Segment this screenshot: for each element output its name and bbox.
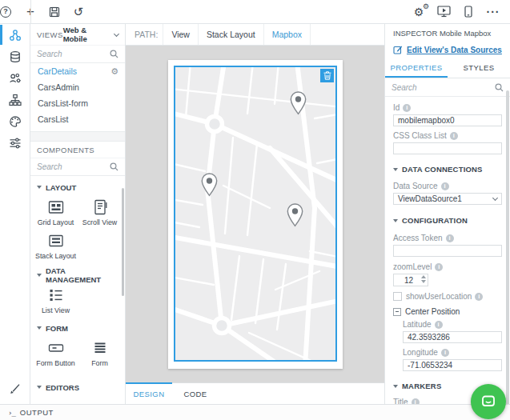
collapse-triangle-icon	[393, 219, 398, 222]
components-search-input[interactable]	[37, 162, 110, 171]
zoomlevel-input[interactable]	[394, 274, 415, 286]
css-class-label: CSS Class List	[393, 131, 447, 140]
output-label: OUTPUT	[20, 408, 54, 417]
rail-settings-item[interactable]	[0, 132, 30, 154]
longitude-field[interactable]	[403, 359, 502, 371]
components-header: COMPONENTS	[30, 142, 125, 158]
css-label-row: CSS Class List	[393, 131, 502, 140]
info-icon[interactable]	[403, 104, 411, 112]
view-item-carsadmin[interactable]: CarsAdmin	[30, 79, 125, 95]
id-field[interactable]	[393, 114, 502, 126]
phone-preview-icon[interactable]	[461, 5, 476, 19]
save-icon[interactable]	[47, 5, 62, 19]
views-search-input[interactable]	[37, 50, 110, 58]
tile-label: Form	[91, 359, 108, 367]
views-header: VIEWS Web & Mobile	[30, 24, 125, 45]
delete-component-button[interactable]	[320, 69, 334, 82]
component-tile-scroll-view[interactable]: Scroll View	[78, 195, 122, 229]
section-label: MARKERS	[402, 382, 441, 390]
component-tile-stack-layout[interactable]: Stack Layout	[34, 229, 78, 262]
search-icon	[495, 83, 504, 92]
rail-theme-item[interactable]	[0, 110, 30, 132]
latitude-field[interactable]	[403, 331, 502, 343]
inspector-scrollbar[interactable]	[506, 90, 509, 404]
tab-properties[interactable]: PROPERTIES	[385, 59, 448, 78]
info-icon[interactable]	[435, 263, 443, 271]
rail-brush-item[interactable]	[0, 378, 30, 399]
css-class-field[interactable]	[393, 142, 502, 154]
rail-users-settings-item[interactable]	[0, 67, 30, 89]
data-management-tiles: List View	[30, 282, 125, 317]
section-label: CONFIGURATION	[402, 216, 468, 225]
component-tile-form[interactable]: Form	[78, 336, 122, 370]
component-tile-grid-layout[interactable]: Grid Layout	[34, 195, 78, 229]
tile-label: Stack Layout	[35, 252, 76, 260]
section-layout[interactable]: LAYOUT	[30, 181, 125, 194]
section-data-management[interactable]: DATA MANAGEMENT	[30, 269, 125, 282]
tile-label: Form Button	[36, 359, 74, 367]
map-marker-pin[interactable]	[201, 173, 218, 197]
tab-design[interactable]: DESIGN	[126, 382, 172, 404]
help-icon[interactable]	[0, 6, 11, 18]
mapbox-component[interactable]	[174, 66, 337, 362]
section-form[interactable]: FORM	[30, 322, 125, 334]
map-marker-pin[interactable]	[290, 91, 307, 115]
view-item-carslist-form[interactable]: CarsList-form	[30, 95, 125, 111]
stepper-down-icon[interactable]	[421, 280, 426, 283]
latitude-label: Latitude	[403, 320, 432, 329]
form-tiles: Form Button Form	[30, 334, 125, 370]
longitude-label-row: Longitude	[403, 348, 502, 357]
views-mode-selector[interactable]: Web & Mobile	[63, 26, 118, 43]
info-icon[interactable]	[475, 293, 483, 301]
canvas-tabbar: DESIGN CODE	[126, 382, 384, 404]
crumb-mapbox[interactable]: Mapbox	[263, 24, 311, 45]
section-editors[interactable]: EDITORS	[30, 381, 125, 394]
view-item-cardetails[interactable]: CarDetails	[30, 63, 125, 79]
phone-frame	[168, 60, 343, 369]
output-bar[interactable]: OUTPUT	[0, 404, 510, 420]
access-token-label-row: Access Token	[393, 234, 502, 242]
info-icon[interactable]	[441, 349, 449, 357]
stepper-up-icon[interactable]	[421, 275, 426, 278]
info-icon[interactable]	[435, 321, 443, 329]
section-data-connections[interactable]: DATA CONNECTIONS	[393, 164, 502, 174]
rail-pages-item[interactable]	[0, 24, 30, 46]
view-item-label: CarDetails	[38, 66, 77, 76]
view-item-carslist[interactable]: CarsList	[30, 111, 125, 127]
preview-display-icon[interactable]	[436, 5, 451, 19]
info-icon[interactable]	[441, 182, 449, 190]
map-marker-pin[interactable]	[287, 203, 303, 227]
rail-sitemap-item[interactable]	[0, 89, 30, 110]
center-position-toggle[interactable]: Center Position	[393, 307, 502, 316]
components-scrollbar[interactable]	[122, 188, 124, 296]
stepper-arrows[interactable]	[421, 275, 426, 283]
info-icon[interactable]	[446, 234, 454, 242]
tab-styles[interactable]: STYLES	[448, 59, 510, 78]
undo-icon[interactable]	[71, 5, 86, 19]
show-user-location-checkbox[interactable]	[393, 292, 402, 301]
more-menu-icon[interactable]	[486, 5, 500, 19]
info-icon[interactable]	[450, 132, 458, 140]
search-icon	[110, 50, 118, 58]
crumb-stack-layout[interactable]: Stack Layout	[198, 24, 263, 45]
crumb-view[interactable]: View	[163, 24, 198, 45]
views-mode-label: Web & Mobile	[63, 26, 111, 43]
app-settings-gears-icon[interactable]	[412, 5, 426, 19]
rail-database-item[interactable]	[0, 46, 30, 67]
edit-data-sources-link[interactable]: Edit View's Data Sources	[407, 46, 502, 54]
component-tile-form-button[interactable]: Form Button	[34, 336, 78, 370]
section-configuration[interactable]: CONFIGURATION	[393, 215, 502, 226]
chat-support-button[interactable]	[471, 384, 506, 419]
zoomlevel-stepper[interactable]	[393, 274, 428, 286]
view-settings-gear-icon[interactable]	[110, 66, 118, 77]
tab-code[interactable]: CODE	[172, 382, 219, 404]
component-tile-list-view[interactable]: List View	[34, 283, 78, 317]
info-icon[interactable]	[412, 398, 420, 405]
access-token-field[interactable]	[393, 245, 502, 257]
inspector-search-input[interactable]	[392, 83, 495, 92]
show-user-location-row: showUserLocation	[393, 292, 502, 301]
design-canvas[interactable]	[126, 46, 384, 382]
tile-label: Grid Layout	[38, 218, 74, 226]
section-label: DATA CONNECTIONS	[402, 165, 483, 174]
data-source-select[interactable]: ViewDataSource1	[393, 193, 502, 205]
